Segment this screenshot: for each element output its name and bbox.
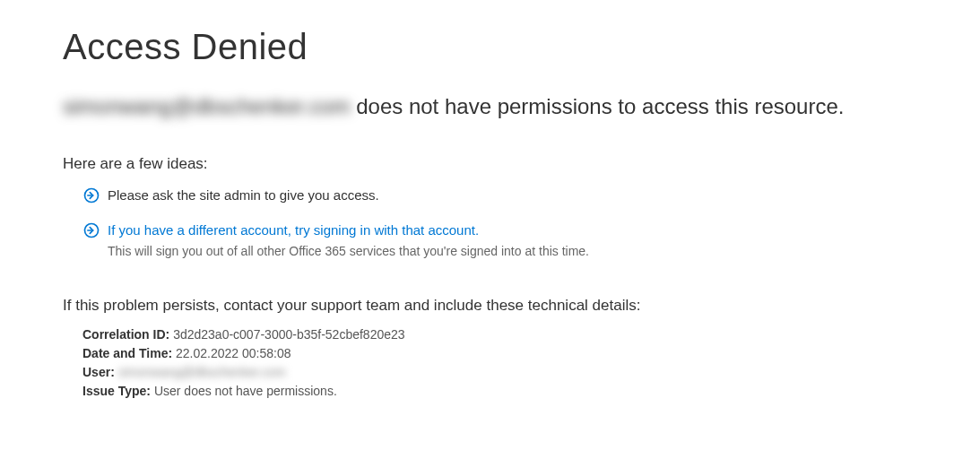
arrow-right-circle-icon: [82, 221, 100, 239]
correlation-id-row: Correlation ID: 3d2d23a0-c007-3000-b35f-…: [82, 325, 917, 344]
access-denied-message: simonwang@dbschenker.com does not have p…: [63, 94, 917, 119]
signin-different-account-link[interactable]: If you have a different account, try sig…: [108, 222, 479, 238]
date-time-label: Date and Time:: [82, 346, 172, 360]
user-label: User:: [82, 365, 115, 379]
technical-details-heading: If this problem persists, contact your s…: [63, 297, 917, 315]
idea-item-signin: If you have a different account, try sig…: [63, 221, 917, 261]
user-email-blurred: simonwang: [63, 94, 171, 119]
date-time-value: 22.02.2022 00:58:08: [176, 346, 291, 360]
user-value-blurred: simonwang@dbschenker.com: [118, 363, 286, 382]
ideas-heading: Here are a few ideas:: [63, 155, 917, 173]
user-email-domain-blurred: @dbschenker.com: [171, 94, 350, 119]
technical-details: Correlation ID: 3d2d23a0-c007-3000-b35f-…: [63, 325, 917, 401]
signin-subtext: This will sign you out of all other Offi…: [108, 243, 917, 261]
page-title: Access Denied: [63, 27, 917, 67]
arrow-right-circle-icon: [82, 186, 100, 204]
date-time-row: Date and Time: 22.02.2022 00:58:08: [82, 344, 917, 363]
idea-item-admin: Please ask the site admin to give you ac…: [63, 186, 917, 204]
issue-type-value: User does not have permissions.: [154, 384, 337, 398]
user-row: User: simonwang@dbschenker.com: [82, 363, 917, 382]
issue-type-row: Issue Type: User does not have permissio…: [82, 382, 917, 401]
issue-type-label: Issue Type:: [82, 384, 151, 398]
message-suffix: does not have permissions to access this…: [351, 94, 845, 118]
correlation-id-value: 3d2d23a0-c007-3000-b35f-52cbef820e23: [173, 327, 404, 342]
correlation-id-label: Correlation ID:: [82, 327, 169, 342]
idea-text: Please ask the site admin to give you ac…: [108, 187, 379, 203]
